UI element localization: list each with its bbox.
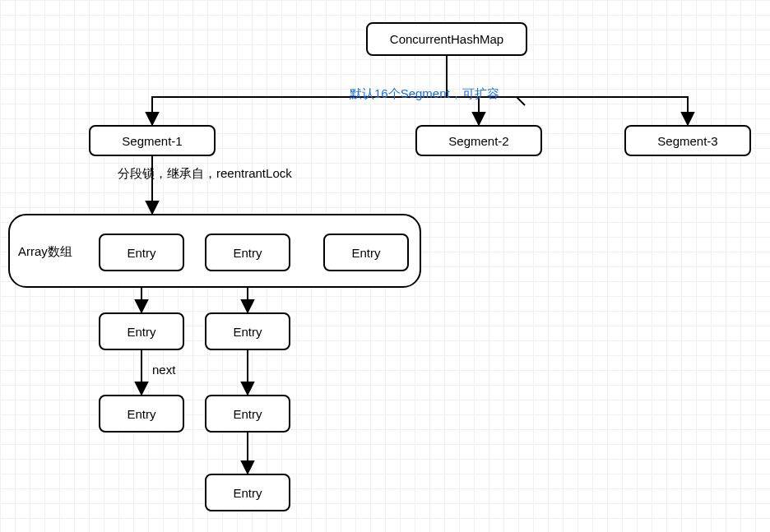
chain1-entry-2: Entry [99, 395, 184, 433]
chain2-entry-1: Entry [205, 312, 290, 350]
segment-1-node: Segment-1 [89, 125, 216, 156]
segment-2-node: Segment-2 [415, 125, 542, 156]
array-entry-0: Entry [99, 234, 184, 271]
chain2-entry-3: Entry [205, 474, 290, 511]
chain1-entry-1: Entry [99, 312, 184, 350]
chain2-entry-2: Entry [205, 395, 290, 433]
segment-3-node: Segment-3 [624, 125, 751, 156]
segment-1-label: Segment-1 [122, 134, 182, 148]
annotation-next: next [152, 363, 175, 377]
annotation-segment-lock: 分段锁，继承自，reentrantLock [118, 166, 292, 182]
segment-3-label: Segment-3 [657, 134, 717, 148]
annotation-default-segments: 默认16个Segment，可扩容 [350, 86, 499, 102]
array-entry-1: Entry [205, 234, 290, 271]
root-node: ConcurrentHashMap [366, 22, 527, 56]
array-entry-2: Entry [323, 234, 409, 271]
root-label: ConcurrentHashMap [390, 32, 503, 46]
array-label: Array数组 [18, 244, 72, 260]
segment-2-label: Segment-2 [448, 134, 508, 148]
